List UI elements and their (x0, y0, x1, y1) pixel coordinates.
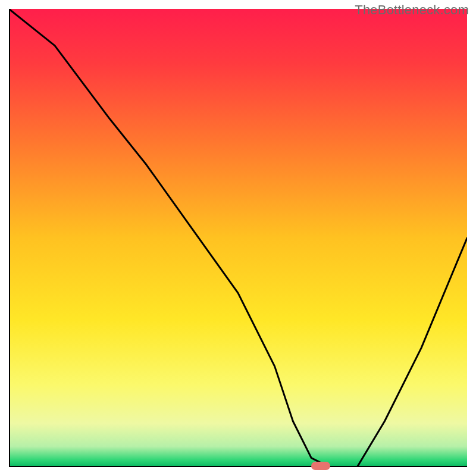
optimum-marker (311, 462, 330, 470)
plot-area (9, 9, 467, 467)
gradient-background (9, 9, 467, 467)
watermark-label: TheBottleneck.com (355, 2, 469, 18)
chart-svg (9, 9, 467, 467)
chart-container: TheBottleneck.com (0, 0, 476, 476)
